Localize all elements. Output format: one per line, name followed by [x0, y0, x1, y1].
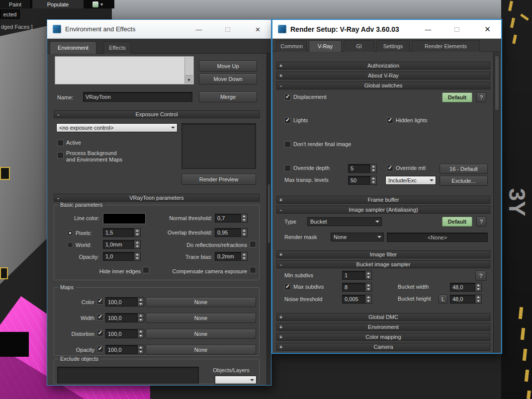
- spinner-arrows[interactable]: [365, 283, 372, 292]
- map-distortion-none-button[interactable]: None: [146, 329, 256, 339]
- rollup-image-sampler[interactable]: - Image sampler (Antialiasing): [276, 206, 490, 214]
- normal-threshold-spinner[interactable]: 0,7: [215, 214, 248, 223]
- trace-bias-spinner[interactable]: 0,2mm: [215, 252, 248, 261]
- toolbar-icon-dropdown[interactable]: ▾: [90, 0, 111, 8]
- active-checkbox[interactable]: [57, 140, 64, 146]
- noise-threshold-spinner[interactable]: 0,005: [342, 295, 372, 304]
- exclude-button[interactable]: Exclude...: [440, 176, 488, 186]
- spinner-value[interactable]: 1: [342, 271, 365, 280]
- spinner-value[interactable]: 1,5: [103, 228, 134, 237]
- maximize-button[interactable]: [216, 20, 240, 39]
- spinner-value[interactable]: 100,0: [105, 345, 138, 354]
- map-width-checkbox[interactable]: [97, 314, 103, 320]
- tab-gi[interactable]: GI: [344, 40, 374, 52]
- minimize-button[interactable]: —: [416, 20, 440, 39]
- override-depth-spinner[interactable]: 5: [348, 164, 377, 173]
- rollup-authorization[interactable]: + Authorization: [276, 62, 490, 70]
- tab-environment[interactable]: Environment: [50, 41, 96, 54]
- overlap-threshold-spinner[interactable]: 0,95: [215, 228, 248, 237]
- render-mask-none-field[interactable]: <None>: [387, 233, 488, 242]
- listbox-scrollbar[interactable]: ▾: [184, 57, 193, 83]
- spinner-arrows[interactable]: [138, 313, 144, 322]
- tab-populate[interactable]: Populate: [32, 0, 84, 8]
- spinner-value[interactable]: 1,0mm: [103, 240, 134, 249]
- scroll-down-icon[interactable]: ▾: [185, 75, 193, 83]
- tab-common[interactable]: Common: [276, 40, 307, 52]
- minimize-button[interactable]: —: [187, 20, 211, 39]
- tab-vray[interactable]: V-Ray: [309, 40, 342, 52]
- lights-checkbox[interactable]: [284, 117, 291, 124]
- tab-paint[interactable]: Paint: [0, 0, 31, 8]
- spinner-value[interactable]: 100,0: [105, 329, 138, 338]
- override-mtl-button[interactable]: 16 - Default: [440, 164, 488, 174]
- spinner-value[interactable]: 48,0: [450, 283, 475, 292]
- map-opacity-checkbox[interactable]: [97, 346, 103, 352]
- close-button[interactable]: ✕: [474, 20, 501, 39]
- rollup-frame-buffer[interactable]: + Frame buffer: [276, 196, 490, 204]
- spinner-arrows[interactable]: [241, 214, 248, 223]
- spinner-value[interactable]: 0,005: [342, 295, 365, 304]
- objects-layers-dropdown[interactable]: [215, 376, 257, 384]
- move-down-button[interactable]: Move Down: [199, 74, 257, 84]
- spinner-value[interactable]: 0,2mm: [215, 252, 241, 261]
- compensate-exposure-checkbox[interactable]: [250, 267, 256, 273]
- spinner-value[interactable]: 1,0: [103, 252, 134, 261]
- max-subdivs-spinner[interactable]: 8: [342, 283, 372, 292]
- override-mtl-checkbox[interactable]: [387, 165, 393, 171]
- map-width-spinner[interactable]: 100,0: [105, 313, 144, 322]
- tab-render-elements[interactable]: Render Elements: [412, 40, 480, 52]
- image-sampler-help-button[interactable]: ?: [476, 217, 486, 227]
- world-radio[interactable]: [67, 242, 73, 248]
- spinner-arrows[interactable]: [365, 295, 372, 304]
- spinner-arrows[interactable]: [138, 297, 144, 307]
- render-scrollbar-track[interactable]: [493, 52, 500, 353]
- max-transp-levels-spinner[interactable]: 50: [348, 176, 377, 185]
- sampler-type-dropdown[interactable]: Bucket: [307, 217, 382, 226]
- render-mask-dropdown[interactable]: None: [331, 233, 384, 241]
- spinner-arrows[interactable]: [370, 176, 377, 185]
- process-background-checkbox[interactable]: [57, 152, 64, 159]
- tab-effects[interactable]: Effects: [103, 41, 131, 54]
- spinner-arrows[interactable]: [475, 283, 482, 292]
- maximize-button[interactable]: [445, 20, 469, 39]
- spinner-value[interactable]: 48,0: [450, 295, 475, 304]
- bucket-width-spinner[interactable]: 48,0: [450, 283, 482, 292]
- spinner-value[interactable]: 8: [342, 283, 365, 292]
- rollup-about-vray[interactable]: + About V-Ray: [276, 72, 490, 80]
- left-selection-tab[interactable]: ected: [0, 9, 20, 19]
- map-opacity-none-button[interactable]: None: [146, 345, 256, 355]
- merge-button[interactable]: Merge: [199, 91, 257, 102]
- hide-inner-edges-checkbox[interactable]: [143, 267, 149, 273]
- spinner-arrows[interactable]: [241, 228, 248, 237]
- spinner-arrows[interactable]: [370, 164, 377, 173]
- spinner-arrows[interactable]: [138, 329, 144, 338]
- spinner-arrows[interactable]: [134, 228, 141, 237]
- global-switches-default-button[interactable]: Default: [442, 92, 472, 102]
- hidden-lights-checkbox[interactable]: [387, 117, 393, 124]
- spinner-arrows[interactable]: [138, 345, 144, 354]
- render-scrollbar-thumb[interactable]: [495, 56, 499, 110]
- spinner-arrows[interactable]: [365, 271, 372, 280]
- opacity-spinner[interactable]: 1,0: [103, 252, 141, 261]
- env-scrollbar-thumb[interactable]: [267, 184, 270, 243]
- bucket-height-spinner[interactable]: 48,0: [450, 295, 482, 304]
- rollup-color-mapping[interactable]: + Color mapping: [276, 333, 490, 341]
- rollup-exposure-control[interactable]: - Exposure Control: [54, 110, 260, 118]
- exposure-control-dropdown[interactable]: <no exposure control>: [56, 123, 177, 132]
- tab-settings[interactable]: Settings: [376, 40, 410, 52]
- bucket-sampler-help-button[interactable]: ?: [475, 271, 486, 281]
- rollup-global-switches[interactable]: - Global switches: [276, 81, 490, 89]
- close-button[interactable]: ✕: [245, 20, 271, 39]
- rollup-global-dmc[interactable]: + Global DMC: [276, 313, 490, 321]
- spinner-value[interactable]: 0,7: [215, 214, 241, 223]
- spinner-value[interactable]: 100,0: [105, 313, 138, 322]
- rollup-vraytoon-parameters[interactable]: - VRayToon parameters: [54, 194, 260, 202]
- image-sampler-default-button[interactable]: Default: [442, 217, 472, 227]
- dont-render-final-image-checkbox[interactable]: [284, 141, 291, 148]
- render-preview-button[interactable]: Render Preview: [181, 174, 256, 185]
- rollup-bucket-image-sampler[interactable]: - Bucket image sampler: [276, 260, 490, 268]
- rollup-camera[interactable]: + Camera: [276, 343, 490, 351]
- spinner-value[interactable]: 5: [348, 164, 370, 173]
- global-switches-help-button[interactable]: ?: [476, 92, 486, 102]
- map-distortion-checkbox[interactable]: [97, 330, 103, 336]
